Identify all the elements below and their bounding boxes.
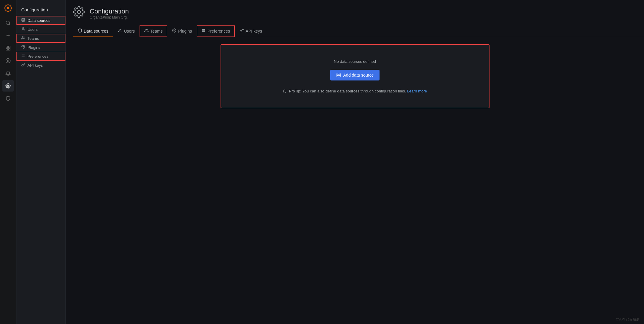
tab-preferences-icon [201,28,206,34]
page-header-text: Configuration Organization: Main Org. [90,7,129,19]
svg-line-3 [9,24,10,25]
alerting-icon[interactable] [2,68,14,79]
svg-point-16 [23,46,24,47]
content-area: No data sources defined Add data source … [66,37,644,324]
tab-plugins-icon [172,28,176,34]
svg-point-21 [78,29,82,30]
tab-label: Teams [150,29,163,34]
icon-sidebar [0,0,16,324]
sidebar-item-label: Users [27,27,38,32]
svg-point-22 [119,29,121,31]
svg-point-24 [174,30,175,31]
svg-rect-6 [6,46,7,48]
configuration-icon[interactable] [2,80,14,92]
svg-point-15 [22,36,23,38]
sub-sidebar: Configuration Data sources Users [16,0,66,324]
users-icon [21,27,25,32]
svg-rect-7 [9,46,10,48]
svg-point-28 [337,73,340,74]
tab-api-keys[interactable]: API keys [235,25,267,37]
footer-watermark: CSDN @辞颐浓 [616,317,639,322]
tab-data-sources[interactable]: Data sources [73,25,113,37]
explore-icon[interactable] [2,55,14,66]
add-icon[interactable] [2,30,14,41]
svg-point-20 [77,10,80,13]
sidebar-item-api-keys[interactable]: API keys [16,61,65,70]
add-datasource-label: Add data source [343,73,374,77]
sidebar-item-label: Plugins [27,45,40,50]
tab-teams-icon [144,28,149,34]
page-header: Configuration Organization: Main Org. [66,0,644,21]
tab-plugins[interactable]: Plugins [167,25,197,37]
svg-rect-8 [6,49,7,50]
sidebar-item-label: Teams [27,36,39,41]
learn-more-link[interactable]: Learn more [407,89,427,93]
tab-label: API keys [246,29,262,34]
sidebar-item-label: Preferences [27,54,48,59]
sub-sidebar-title: Configuration [16,5,65,16]
tab-label: Users [124,29,135,34]
datasource-icon [21,18,25,23]
svg-point-2 [6,21,10,25]
sidebar-item-plugins[interactable]: Plugins [16,43,65,52]
empty-state-message: No data sources defined [228,59,482,64]
protip-icon [283,89,289,93]
sidebar-item-teams[interactable]: Teams [16,34,65,43]
svg-point-1 [7,7,9,9]
tab-teams[interactable]: Teams [140,25,167,37]
svg-point-23 [145,29,147,31]
protip-text: ProTip: You can also define data sources… [228,89,482,93]
sidebar-item-data-sources[interactable]: Data sources [16,16,65,25]
preferences-icon [21,54,25,59]
empty-state-container: No data sources defined Add data source … [221,44,489,108]
tab-preferences[interactable]: Preferences [197,25,235,37]
sidebar-item-preferences[interactable]: Preferences [16,52,65,61]
tab-users-icon [118,28,122,34]
shield-icon[interactable] [2,93,14,104]
dashboards-icon[interactable] [2,42,14,54]
sidebar-item-users[interactable]: Users [16,25,65,34]
svg-point-12 [7,85,9,87]
teams-icon [21,36,25,41]
svg-marker-11 [7,60,9,62]
grafana-logo [2,2,14,14]
svg-point-13 [22,18,25,19]
sidebar-item-label: API keys [27,63,43,68]
protip-message: ProTip: You can also define data sources… [289,89,406,93]
main-content: Configuration Organization: Main Org. Da… [66,0,644,324]
tab-label: Data sources [84,29,108,34]
tab-datasource-icon [78,28,82,34]
svg-point-14 [22,28,24,29]
tab-label: Plugins [178,29,192,34]
plugins-icon [21,45,25,50]
tab-users[interactable]: Users [113,25,140,37]
svg-point-10 [6,59,10,63]
sidebar-item-label: Data sources [27,18,51,23]
tabs-bar: Data sources Users Teams [66,25,644,37]
search-icon[interactable] [2,17,14,29]
svg-rect-9 [9,49,10,50]
tab-label: Preferences [207,29,230,34]
page-title: Configuration [90,7,129,15]
tab-apikeys-icon [240,28,244,34]
page-header-icon [73,6,85,21]
add-datasource-button[interactable]: Add data source [330,70,380,80]
page-subtitle: Organization: Main Org. [90,15,129,19]
api-keys-icon [21,63,25,68]
